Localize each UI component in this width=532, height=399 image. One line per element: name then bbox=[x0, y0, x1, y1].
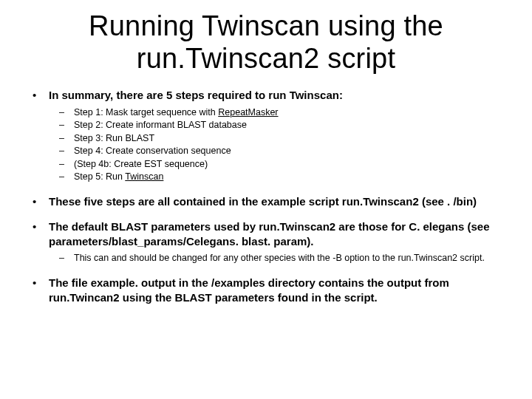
bullet-item: The default BLAST parameters used by run… bbox=[28, 219, 504, 265]
bullet-list: In summary, there are 5 steps required t… bbox=[28, 88, 504, 305]
sub-item: Step 4: Create conservation sequence bbox=[49, 145, 504, 158]
bullet-text: The default BLAST parameters used by run… bbox=[49, 220, 490, 248]
bullet-text: The file example. output in the /example… bbox=[49, 276, 449, 304]
sub-item: Step 2: Create informant BLAST database bbox=[49, 119, 504, 132]
bullet-text: In summary, there are 5 steps required t… bbox=[49, 89, 343, 101]
sub-list: Step 1: Mask target sequence with Repeat… bbox=[49, 106, 504, 184]
sub-item: This can and should be changed for any o… bbox=[49, 252, 504, 265]
sub-item: Step 5: Run Twinscan bbox=[49, 171, 504, 184]
sub-item: Step 3: Run BLAST bbox=[49, 132, 504, 146]
slide: Running Twinscan using the run.Twinscan2… bbox=[0, 0, 532, 399]
bullet-item: The file example. output in the /example… bbox=[28, 276, 504, 306]
slide-title: Running Twinscan using the run.Twinscan2… bbox=[28, 10, 504, 75]
bullet-item: These five steps are all contained in th… bbox=[28, 194, 504, 209]
title-line-2: run.Twinscan2 script bbox=[137, 43, 395, 74]
title-line-1: Running Twinscan using the bbox=[89, 10, 443, 41]
sub-item: (Step 4b: Create EST sequence) bbox=[49, 158, 504, 171]
bullet-text: These five steps are all contained in th… bbox=[49, 195, 477, 208]
sub-list: This can and should be changed for any o… bbox=[49, 252, 504, 265]
bullet-item: In summary, there are 5 steps required t… bbox=[28, 88, 504, 183]
sub-item: Step 1: Mask target sequence with Repeat… bbox=[49, 106, 504, 120]
